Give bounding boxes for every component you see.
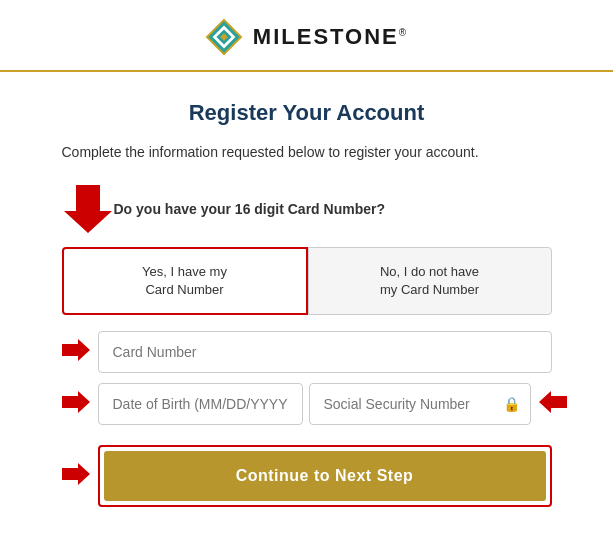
description-text: Complete the information requested below…: [62, 142, 552, 163]
main-content: Register Your Account Complete the infor…: [0, 72, 613, 550]
yes-card-number-button[interactable]: Yes, I have myCard Number: [62, 247, 308, 315]
continue-btn-border: Continue to Next Step: [98, 445, 552, 507]
continue-button[interactable]: Continue to Next Step: [104, 451, 546, 501]
toggle-buttons-group: Yes, I have myCard Number No, I do not h…: [62, 247, 552, 315]
svg-marker-7: [539, 391, 567, 413]
dob-arrow-icon: [62, 391, 90, 417]
page-title: Register Your Account: [189, 100, 425, 126]
logo-text: MILESTONE®: [253, 24, 408, 50]
lock-icon: 🔒: [503, 396, 520, 412]
card-number-arrow-icon: [62, 339, 90, 365]
continue-row: Continue to Next Step: [62, 445, 552, 507]
card-question-text: Do you have your 16 digit Card Number?: [114, 201, 386, 217]
dob-input[interactable]: [98, 383, 303, 425]
milestone-logo-icon: [205, 18, 243, 56]
ssn-input[interactable]: [320, 384, 503, 424]
svg-marker-5: [62, 339, 90, 361]
card-number-input[interactable]: [98, 331, 552, 373]
continue-arrow-icon: [62, 463, 90, 489]
no-card-number-button[interactable]: No, I do not havemy Card Number: [308, 247, 552, 315]
ssn-arrow-icon: [539, 391, 567, 417]
dob-ssn-row: 🔒: [62, 383, 552, 425]
svg-marker-4: [64, 185, 112, 233]
page-header: MILESTONE®: [0, 0, 613, 72]
svg-marker-6: [62, 391, 90, 413]
card-number-row: [62, 331, 552, 373]
down-arrow-icon: [62, 183, 114, 235]
card-number-question-row: Do you have your 16 digit Card Number?: [62, 183, 552, 235]
ssn-wrapper: 🔒: [309, 383, 531, 425]
svg-marker-8: [62, 463, 90, 485]
